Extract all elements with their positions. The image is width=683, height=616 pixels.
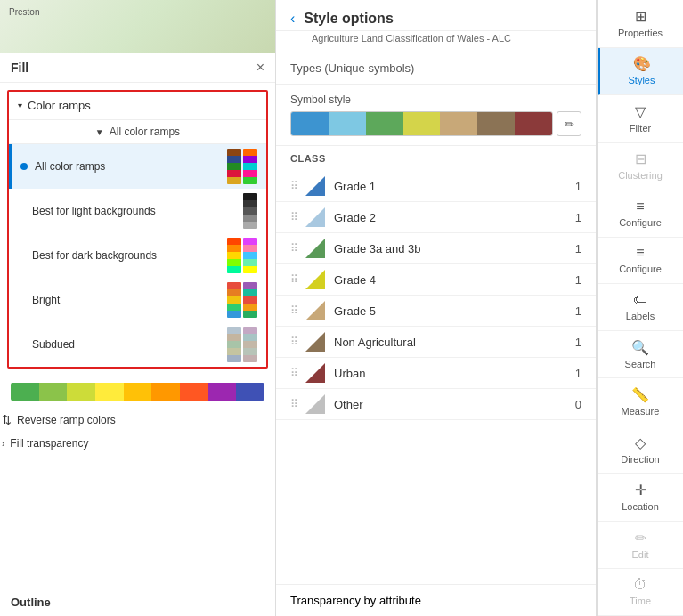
ramp-label-all: All color ramps	[35, 160, 218, 173]
drag-handle-icon[interactable]: ⠿	[290, 273, 298, 286]
properties-icon: ⊞	[635, 8, 646, 25]
class-count: 1	[575, 336, 581, 349]
style-options-title: Style options	[304, 11, 393, 27]
class-count: 1	[575, 367, 581, 380]
active-bullet	[20, 163, 28, 170]
grade1-icon	[305, 176, 325, 196]
color-bar-preview	[11, 383, 264, 401]
transparency-arrow-icon: ›	[2, 439, 4, 449]
drag-handle-icon[interactable]: ⠿	[290, 180, 298, 192]
symbol-style-section: Symbol style ✏	[276, 85, 596, 146]
table-row: ⠿ Other 0	[276, 389, 596, 420]
back-button[interactable]: ‹	[290, 11, 295, 27]
panel-header: Fill ×	[0, 53, 275, 83]
tool-location[interactable]: ✛ Location	[598, 474, 683, 522]
ramp-label-subdued: Subdued	[32, 338, 218, 351]
color-ramps-header[interactable]: ▾ Color ramps	[9, 92, 266, 120]
ramp-item-dark[interactable]: Best for dark backgrounds	[9, 233, 266, 278]
tool-filter[interactable]: ▽ Filter	[598, 95, 683, 143]
class-count: 1	[575, 211, 581, 224]
tool-label: Search	[625, 359, 656, 370]
tool-label: Measure	[622, 406, 660, 417]
dropdown-label: All color ramps	[110, 126, 180, 138]
drag-handle-icon[interactable]: ⠿	[290, 367, 298, 379]
ramp-item-all[interactable]: All color ramps	[9, 144, 266, 189]
edit-icon: ✏	[635, 530, 646, 547]
location-icon: ✛	[635, 482, 646, 498]
filter-icon: ▽	[635, 103, 646, 120]
class-header: CLASS	[276, 146, 596, 171]
tool-time[interactable]: ⏱ Time	[598, 569, 683, 616]
tool-labels[interactable]: 🏷 Labels	[598, 284, 683, 331]
tool-direction[interactable]: ◇ Direction	[598, 426, 683, 474]
table-row: ⠿ Grade 4 1	[276, 264, 596, 296]
tool-label: Configure	[619, 263, 662, 275]
tool-styles[interactable]: 🎨 Styles	[598, 48, 683, 96]
color-ramps-label: Color ramps	[28, 99, 91, 112]
swatch-group-all	[225, 149, 257, 184]
clustering-icon: ⊟	[635, 150, 646, 167]
tool-configure1[interactable]: ≡ Configure	[598, 190, 683, 238]
map-label-preston: Preston	[9, 7, 39, 17]
map-background: Preston	[0, 0, 275, 53]
left-panel: Preston Fill × ▾ Color ramps ▼ All color…	[0, 0, 276, 616]
class-count: 0	[575, 398, 581, 411]
time-icon: ⏱	[633, 577, 647, 593]
tool-search[interactable]: 🔍 Search	[598, 331, 683, 379]
class-name: Other	[334, 398, 575, 411]
close-button[interactable]: ×	[256, 61, 264, 75]
tool-edit[interactable]: ✏ Edit	[598, 522, 683, 570]
class-name: Grade 2	[334, 211, 575, 224]
drag-handle-icon[interactable]: ⠿	[290, 211, 298, 223]
tool-label: Time	[630, 596, 651, 607]
swatch-strip-light-1	[243, 193, 257, 229]
swatch-group-dark	[225, 238, 257, 273]
labels-icon: 🏷	[633, 292, 647, 308]
style-options-header: ‹ Style options	[276, 0, 596, 31]
edit-symbol-button[interactable]: ✏	[557, 111, 581, 136]
drag-handle-icon[interactable]: ⠿	[290, 242, 298, 255]
class-name: Grade 1	[334, 180, 575, 193]
symbol-bar-row: ✏	[290, 111, 581, 136]
tool-properties[interactable]: ⊞ Properties	[598, 0, 683, 48]
svg-marker-0	[305, 176, 325, 196]
class-name: Urban	[334, 367, 575, 380]
panel-title: Fill	[11, 61, 28, 75]
transparency-section: Transparency by attribute	[276, 584, 596, 616]
drag-handle-icon[interactable]: ⠿	[290, 398, 298, 410]
grade4-icon	[305, 270, 325, 289]
measure-icon: 📏	[631, 386, 649, 403]
ramp-item-bright[interactable]: Bright	[9, 278, 266, 322]
table-row: ⠿ Grade 1 1	[276, 171, 596, 202]
class-name: Non Agricultural	[334, 336, 575, 349]
class-count: 1	[575, 304, 581, 318]
search-icon: 🔍	[631, 339, 649, 356]
swatch-strip-bright-2	[243, 282, 257, 318]
ramp-label-light: Best for light backgrounds	[32, 205, 234, 217]
drag-handle-icon[interactable]: ⠿	[290, 304, 298, 317]
table-row: ⠿ Grade 5 1	[276, 296, 596, 327]
tool-clustering[interactable]: ⊟ Clustering	[598, 143, 683, 191]
transparency-label: Transparency by attribute	[290, 594, 421, 607]
tool-configure2[interactable]: ≡ Configure	[598, 238, 683, 285]
tool-measure[interactable]: 📏 Measure	[598, 378, 683, 426]
direction-icon: ◇	[635, 434, 646, 451]
svg-marker-2	[305, 239, 325, 258]
configure2-icon: ≡	[636, 245, 644, 261]
color-bar-container	[0, 376, 275, 401]
symbol-style-label: Symbol style	[290, 93, 581, 106]
ramp-item-subdued[interactable]: Subdued	[9, 322, 266, 367]
fill-transparency-button[interactable]: › Fill transparency	[0, 432, 275, 455]
drag-handle-icon[interactable]: ⠿	[290, 336, 298, 348]
svg-marker-1	[305, 207, 325, 227]
tool-label: Styles	[629, 75, 655, 86]
reverse-ramp-button[interactable]: ⇅ Reverse ramp colors	[0, 408, 275, 432]
class-name: Grade 3a and 3b	[334, 242, 575, 255]
svg-marker-5	[305, 332, 325, 352]
grade3-icon	[305, 239, 325, 258]
symbol-bar[interactable]	[290, 111, 553, 136]
table-row: ⠿ Grade 2 1	[276, 202, 596, 233]
ramp-label-bright: Bright	[32, 294, 218, 306]
ramp-item-light[interactable]: Best for light backgrounds	[9, 189, 266, 233]
dropdown-selector[interactable]: ▼ All color ramps	[9, 120, 266, 144]
